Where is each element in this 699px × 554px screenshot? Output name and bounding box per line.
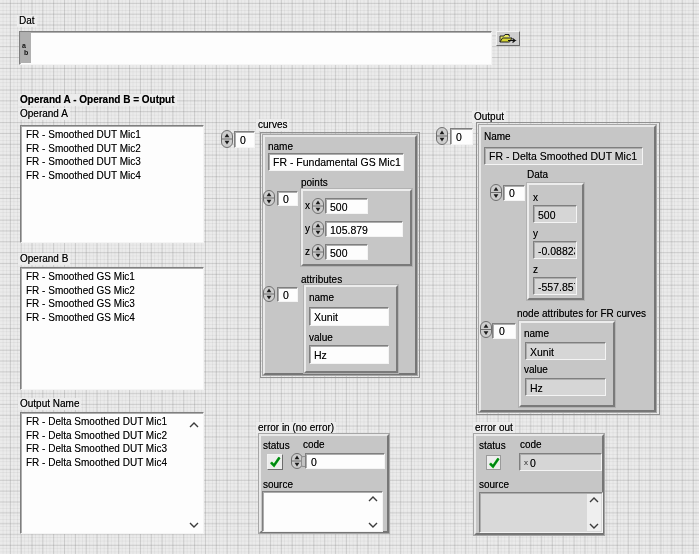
svg-text:a: a [22,42,26,49]
svg-text:b: b [24,49,28,56]
